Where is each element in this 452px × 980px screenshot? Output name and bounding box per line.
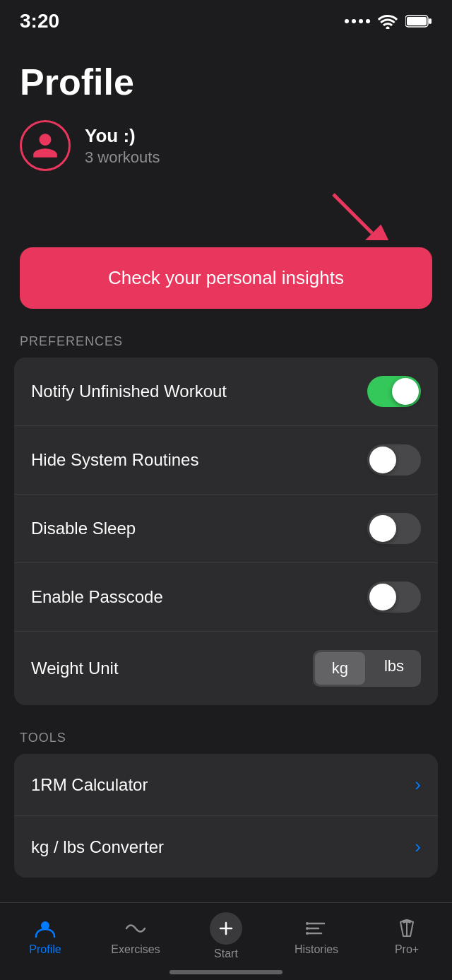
preferences-card: Notify Unfinished Workout Hide System Ro… <box>14 358 438 705</box>
tab-start[interactable]: Start <box>184 912 268 960</box>
tool-kg-lbs-converter[interactable]: kg / lbs Converter › <box>14 816 438 878</box>
enable-passcode-toggle[interactable] <box>367 581 421 613</box>
disable-sleep-toggle[interactable] <box>367 513 421 544</box>
arrow-annotation <box>20 191 432 247</box>
svg-point-13 <box>306 932 309 935</box>
profile-name: You :) <box>85 125 160 147</box>
weight-option-lbs[interactable]: lbs <box>367 650 421 687</box>
tab-start-label: Start <box>214 947 238 960</box>
pref-weight-unit-label: Weight Unit <box>31 659 119 678</box>
profile-workouts: 3 workouts <box>85 148 160 167</box>
page-title: Profile <box>0 38 452 120</box>
check-insights-button[interactable]: Check your personal insights <box>20 247 432 309</box>
pref-weight-unit: Weight Unit kg lbs <box>14 632 438 705</box>
avatar <box>20 120 71 171</box>
signal-icon <box>345 19 370 23</box>
tools-section-label: TOOLS <box>0 731 452 754</box>
pref-disable-sleep-label: Disable Sleep <box>31 519 136 538</box>
tab-profile-label: Profile <box>29 943 61 956</box>
profile-info: You :) 3 workouts <box>85 125 160 167</box>
wifi-icon <box>377 13 398 29</box>
tool-converter-label: kg / lbs Converter <box>31 837 164 857</box>
toggle-knob <box>369 584 396 610</box>
svg-point-11 <box>306 922 309 925</box>
profile-row: You :) 3 workouts <box>0 120 452 191</box>
tab-exercises[interactable]: Exercises <box>93 916 178 956</box>
toggle-knob <box>369 515 396 542</box>
tab-histories[interactable]: Histories <box>274 916 359 956</box>
pref-hide-routines: Hide System Routines <box>14 426 438 495</box>
pref-notify-workout-label: Notify Unfinished Workout <box>31 382 227 401</box>
tab-exercises-label: Exercises <box>111 943 160 956</box>
svg-line-4 <box>333 194 372 233</box>
toggle-knob <box>369 447 396 473</box>
start-plus-icon <box>218 920 234 937</box>
pref-notify-workout: Notify Unfinished Workout <box>14 358 438 426</box>
tool-1rm-label: 1RM Calculator <box>31 775 148 795</box>
status-bar: 3:20 <box>0 0 452 38</box>
tab-histories-label: Histories <box>295 943 338 956</box>
avatar-icon <box>30 131 60 160</box>
tab-pro[interactable]: Pro+ <box>364 916 449 956</box>
weight-unit-selector[interactable]: kg lbs <box>313 650 421 687</box>
weight-option-kg[interactable]: kg <box>315 652 365 685</box>
preferences-section-label: PREFERENCES <box>0 334 452 358</box>
pref-hide-routines-label: Hide System Routines <box>31 450 198 470</box>
exercises-tab-icon <box>124 916 148 940</box>
chevron-right-icon: › <box>415 774 421 796</box>
status-icons <box>345 13 432 29</box>
histories-tab-icon <box>304 916 328 940</box>
toggle-knob <box>392 378 419 405</box>
pro-tab-icon <box>395 916 419 940</box>
pref-enable-passcode: Enable Passcode <box>14 563 438 632</box>
home-indicator <box>170 970 282 974</box>
tool-1rm-calculator[interactable]: 1RM Calculator › <box>14 754 438 816</box>
start-tab-circle <box>210 912 242 945</box>
pref-enable-passcode-label: Enable Passcode <box>31 587 163 607</box>
svg-point-12 <box>306 927 309 930</box>
svg-rect-2 <box>407 17 427 25</box>
svg-rect-1 <box>429 18 432 24</box>
hide-routines-toggle[interactable] <box>367 444 421 476</box>
red-arrow-icon <box>319 191 390 240</box>
status-time: 3:20 <box>20 10 59 33</box>
tab-bar: Profile Exercises Start Histories <box>0 902 452 980</box>
chevron-right-icon: › <box>415 836 421 858</box>
pref-disable-sleep: Disable Sleep <box>14 495 438 563</box>
tools-card: 1RM Calculator › kg / lbs Converter › <box>14 754 438 878</box>
tab-pro-label: Pro+ <box>395 943 419 956</box>
battery-icon <box>405 14 432 28</box>
profile-tab-icon <box>33 916 57 940</box>
tab-profile[interactable]: Profile <box>3 916 88 956</box>
notify-workout-toggle[interactable] <box>367 376 421 407</box>
